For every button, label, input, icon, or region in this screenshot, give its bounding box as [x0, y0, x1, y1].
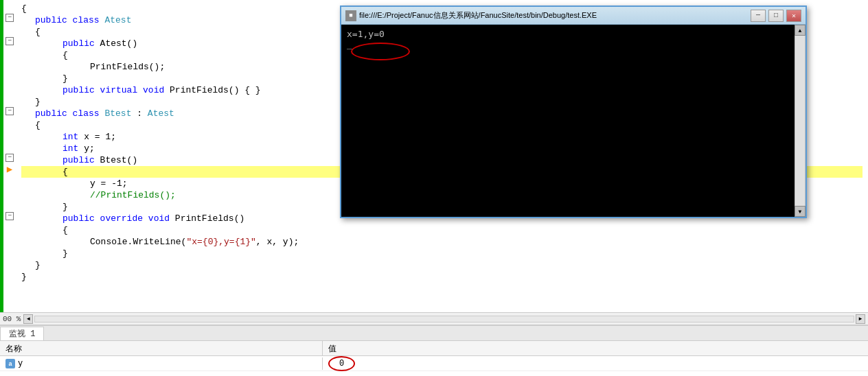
keyword-virtual: virtual [100, 84, 143, 96]
margin-20 [3, 222, 16, 233]
margin-15: ▶ [3, 163, 16, 175]
brace-close-6: } [21, 271, 27, 283]
editor-area: − − − [0, 0, 868, 312]
comment-printfields: //PrintFields(); [90, 189, 176, 201]
btest-ctor: Btest() [100, 154, 138, 166]
keyword-class-2: class [73, 108, 105, 119]
editor-scrollbar: 00 % ◄ ► [0, 312, 868, 325]
console-app-icon: ■ [345, 10, 356, 21]
scroll-right-arrow[interactable]: ► [856, 314, 865, 324]
writeline-dot: .WriteLine( [128, 236, 187, 248]
brace-open: { [35, 26, 41, 38]
current-line-arrow: ▶ [7, 163, 12, 175]
collapse-atest[interactable]: − [5, 14, 14, 22]
margin-24 [3, 268, 16, 280]
brace-close-4: } [62, 248, 68, 259]
keyword-public-4: public [35, 108, 73, 119]
console-writeline: Console [90, 236, 128, 248]
keyword-public-3: public [62, 84, 100, 96]
margin-4[interactable]: − [3, 35, 16, 47]
console-text-area: x=1,y=0 _ [341, 25, 795, 217]
atest-ctor: Atest() [100, 38, 138, 49]
margin-19[interactable]: − [3, 210, 16, 222]
console-close-btn[interactable]: ✕ [786, 10, 801, 22]
margin-5 [3, 47, 16, 58]
brace-close-5: } [35, 259, 41, 271]
brace-close-1: } [62, 73, 68, 84]
margin-6 [3, 58, 16, 70]
margin-10[interactable]: − [3, 105, 16, 117]
console-restore-btn[interactable]: □ [768, 10, 784, 22]
keyword-public-6: public [62, 213, 100, 224]
collapse-btest-ctor[interactable]: − [5, 154, 14, 162]
brace-open-5: { [62, 224, 68, 236]
base-atest: Atest [148, 108, 174, 119]
punct: { [21, 3, 27, 14]
watch-tab-1[interactable]: 监视 1 [0, 327, 44, 340]
console-scroll-up[interactable]: ▲ [795, 25, 806, 36]
margin-18 [3, 198, 16, 210]
field-x: x = 1; [84, 131, 116, 143]
watch-col-val-header: 值 [323, 341, 868, 355]
printfields-override: PrintFields() [175, 213, 244, 224]
main-container: − − − [0, 0, 868, 376]
margin-13 [3, 140, 16, 152]
colon: : [131, 108, 147, 119]
class-btest: Btest [104, 108, 131, 119]
code-line-21: Console .WriteLine( "x={0},y={1}" , x, y… [21, 236, 863, 248]
console-scroll-down[interactable]: ▼ [795, 206, 806, 217]
margin-22 [3, 245, 16, 257]
margin-2[interactable]: − [3, 12, 16, 23]
watch-panel: 监视 1 名称 值 a y 0 [0, 325, 868, 376]
keyword-public-2: public [62, 38, 100, 49]
scroll-left-arrow[interactable]: ◄ [23, 314, 33, 324]
console-title: file:///E:/Project/Fanuc信息关系网站/FanucSite… [359, 10, 748, 21]
keyword-void: void [143, 84, 170, 96]
writeline-args: , x, y); [256, 236, 299, 248]
watch-tabs: 监视 1 [0, 326, 868, 341]
margin-12 [3, 128, 16, 140]
printfields-call: PrintFields(); [90, 61, 165, 73]
y-assign: y = -1; [90, 178, 128, 189]
watch-cell-name-y: a y [0, 357, 323, 370]
keyword-override: override [100, 213, 148, 224]
keyword-int-2: int [62, 143, 84, 154]
brace-close-3: } [62, 201, 68, 213]
keyword-void-2: void [148, 213, 175, 224]
class-atest: Atest [104, 14, 131, 26]
code-line-20: { [21, 224, 863, 236]
code-line-22: } [21, 248, 863, 259]
margin-21 [3, 233, 16, 245]
console-scrollbar[interactable]: ▲ ▼ [795, 25, 806, 217]
margin-14[interactable]: − [3, 152, 16, 163]
console-minimize-btn[interactable]: ─ [751, 10, 766, 22]
collapse-printfields[interactable]: − [5, 212, 14, 220]
scroll-track[interactable] [34, 316, 854, 322]
keyword-int: int [62, 131, 84, 143]
brace-open-4: { [62, 166, 68, 178]
console-scroll-track[interactable] [795, 36, 805, 206]
collapse-atest-ctor[interactable]: − [5, 37, 14, 45]
console-window: ■ file:///E:/Project/Fanuc信息关系网站/FanucSi… [340, 5, 807, 218]
console-output-line: x=1,y=0 [347, 29, 789, 39]
margin-9 [3, 93, 16, 105]
console-titlebar: ■ file:///E:/Project/Fanuc信息关系网站/FanucSi… [341, 7, 806, 25]
var-name-y: y [18, 359, 23, 368]
margin-col: − − − [3, 0, 16, 312]
code-line-24: } [21, 271, 863, 283]
brace-open-2: { [62, 49, 68, 61]
margin-17 [3, 187, 16, 198]
watch-cell-val-y: 0 [323, 355, 868, 373]
console-icon-symbol: ■ [349, 12, 352, 19]
collapse-btest[interactable]: − [5, 107, 14, 115]
watch-row-y: a y 0 [0, 356, 868, 371]
console-content: x=1,y=0 _ ▲ ▼ [341, 25, 806, 217]
margin-16 [3, 175, 16, 187]
keyword-public-5: public [62, 154, 100, 166]
margin-23 [3, 257, 16, 268]
keyword-public: public [35, 14, 73, 26]
margin-7 [3, 70, 16, 82]
printfields-virtual: PrintFields() { } [170, 84, 261, 96]
field-y: y; [84, 143, 95, 154]
brace-open-3: { [35, 119, 41, 131]
